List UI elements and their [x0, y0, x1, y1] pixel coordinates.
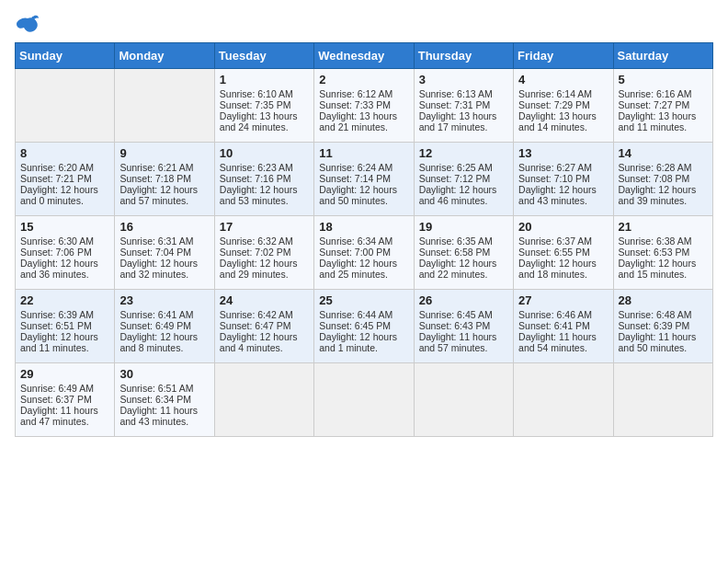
- daylight-text: Daylight: 12 hours and 8 minutes.: [119, 331, 198, 353]
- sunrise-text: Sunrise: 6:42 AM: [220, 309, 293, 320]
- calendar-cell: [613, 363, 712, 437]
- sunrise-text: Sunrise: 6:41 AM: [119, 309, 193, 320]
- calendar-cell: [16, 69, 115, 143]
- day-number: 3: [419, 73, 508, 86]
- calendar-cell: 28Sunrise: 6:48 AMSunset: 6:39 PMDayligh…: [613, 290, 712, 363]
- sunrise-text: Sunrise: 6:49 AM: [20, 383, 94, 394]
- sunrise-text: Sunrise: 6:24 AM: [319, 162, 392, 173]
- calendar-cell: [414, 363, 513, 437]
- sunset-text: Sunset: 6:47 PM: [220, 320, 291, 331]
- calendar-cell: 30Sunrise: 6:51 AMSunset: 6:34 PMDayligh…: [115, 363, 214, 437]
- day-number: 25: [319, 293, 408, 307]
- sunset-text: Sunset: 7:14 PM: [319, 173, 391, 184]
- calendar-cell: 19Sunrise: 6:35 AMSunset: 6:58 PMDayligh…: [414, 216, 513, 290]
- header-cell-wednesday: Wednesday: [314, 43, 414, 69]
- sunset-text: Sunset: 6:58 PM: [419, 247, 491, 258]
- calendar-cell: 20Sunrise: 6:37 AMSunset: 6:55 PMDayligh…: [514, 216, 613, 290]
- day-number: 29: [20, 367, 109, 381]
- sunset-text: Sunset: 7:12 PM: [419, 173, 491, 184]
- sunrise-text: Sunrise: 6:44 AM: [319, 309, 392, 320]
- day-number: 27: [518, 293, 608, 307]
- daylight-text: Daylight: 13 hours and 14 minutes.: [518, 110, 597, 132]
- header-cell-sunday: Sunday: [16, 43, 115, 69]
- day-number: 17: [220, 220, 309, 234]
- calendar-cell: 11Sunrise: 6:24 AMSunset: 7:14 PMDayligh…: [314, 143, 414, 216]
- sunrise-text: Sunrise: 6:32 AM: [220, 236, 293, 247]
- day-number: 4: [518, 73, 608, 86]
- sunrise-text: Sunrise: 6:39 AM: [20, 309, 94, 320]
- header-cell-saturday: Saturday: [613, 43, 712, 69]
- daylight-text: Daylight: 12 hours and 0 minutes.: [20, 184, 98, 206]
- sunrise-text: Sunrise: 6:27 AM: [518, 162, 592, 173]
- daylight-text: Daylight: 13 hours and 24 minutes.: [220, 110, 298, 132]
- daylight-text: Daylight: 12 hours and 57 minutes.: [119, 184, 198, 206]
- calendar-cell: 29Sunrise: 6:49 AMSunset: 6:37 PMDayligh…: [16, 363, 115, 437]
- daylight-text: Daylight: 11 hours and 54 minutes.: [518, 331, 597, 353]
- sunset-text: Sunset: 6:41 PM: [518, 320, 590, 331]
- calendar-week-row: 1Sunrise: 6:10 AMSunset: 7:35 PMDaylight…: [16, 69, 713, 143]
- sunrise-text: Sunrise: 6:30 AM: [20, 236, 94, 247]
- calendar-cell: 18Sunrise: 6:34 AMSunset: 7:00 PMDayligh…: [314, 216, 414, 290]
- calendar-cell: 4Sunrise: 6:14 AMSunset: 7:29 PMDaylight…: [514, 69, 613, 143]
- daylight-text: Daylight: 12 hours and 15 minutes.: [619, 258, 697, 280]
- day-number: 28: [619, 293, 708, 307]
- header-cell-thursday: Thursday: [414, 43, 513, 69]
- sunrise-text: Sunrise: 6:14 AM: [518, 88, 592, 99]
- sunset-text: Sunset: 6:55 PM: [518, 247, 590, 258]
- logo-bird-icon: [15, 15, 40, 35]
- sunset-text: Sunset: 6:43 PM: [419, 320, 491, 331]
- sunrise-text: Sunrise: 6:48 AM: [619, 309, 692, 320]
- sunset-text: Sunset: 7:33 PM: [319, 99, 391, 110]
- day-number: 14: [619, 146, 708, 160]
- sunrise-text: Sunrise: 6:46 AM: [518, 309, 592, 320]
- daylight-text: Daylight: 12 hours and 25 minutes.: [319, 258, 397, 280]
- header-cell-friday: Friday: [514, 43, 613, 69]
- calendar-cell: 2Sunrise: 6:12 AMSunset: 7:33 PMDaylight…: [314, 69, 414, 143]
- day-number: 22: [20, 293, 109, 307]
- day-number: 2: [319, 73, 408, 86]
- day-number: 1: [220, 73, 309, 86]
- day-number: 21: [619, 220, 708, 234]
- sunset-text: Sunset: 7:35 PM: [220, 99, 291, 110]
- daylight-text: Daylight: 12 hours and 11 minutes.: [20, 331, 98, 353]
- sunrise-text: Sunrise: 6:35 AM: [419, 236, 493, 247]
- sunset-text: Sunset: 6:51 PM: [20, 320, 92, 331]
- header-cell-monday: Monday: [115, 43, 214, 69]
- calendar-table: SundayMondayTuesdayWednesdayThursdayFrid…: [15, 42, 713, 437]
- day-number: 13: [518, 146, 608, 160]
- sunset-text: Sunset: 7:02 PM: [220, 247, 291, 258]
- calendar-cell: 24Sunrise: 6:42 AMSunset: 6:47 PMDayligh…: [214, 290, 313, 363]
- sunrise-text: Sunrise: 6:21 AM: [119, 162, 193, 173]
- day-number: 30: [119, 367, 209, 381]
- sunset-text: Sunset: 7:10 PM: [518, 173, 590, 184]
- calendar-week-row: 8Sunrise: 6:20 AMSunset: 7:21 PMDaylight…: [16, 143, 713, 216]
- daylight-text: Daylight: 12 hours and 43 minutes.: [518, 184, 597, 206]
- day-number: 16: [119, 220, 209, 234]
- calendar-cell: [115, 69, 214, 143]
- calendar-cell: 21Sunrise: 6:38 AMSunset: 6:53 PMDayligh…: [613, 216, 712, 290]
- daylight-text: Daylight: 11 hours and 43 minutes.: [119, 405, 198, 427]
- calendar-cell: 26Sunrise: 6:45 AMSunset: 6:43 PMDayligh…: [414, 290, 513, 363]
- daylight-text: Daylight: 12 hours and 39 minutes.: [619, 184, 697, 206]
- daylight-text: Daylight: 13 hours and 11 minutes.: [619, 110, 697, 132]
- calendar-cell: 5Sunrise: 6:16 AMSunset: 7:27 PMDaylight…: [613, 69, 712, 143]
- sunset-text: Sunset: 7:06 PM: [20, 247, 92, 258]
- calendar-cell: 10Sunrise: 6:23 AMSunset: 7:16 PMDayligh…: [214, 143, 313, 216]
- calendar-cell: 9Sunrise: 6:21 AMSunset: 7:18 PMDaylight…: [115, 143, 214, 216]
- daylight-text: Daylight: 12 hours and 53 minutes.: [220, 184, 298, 206]
- calendar-cell: [314, 363, 414, 437]
- sunset-text: Sunset: 6:53 PM: [619, 247, 690, 258]
- daylight-text: Daylight: 13 hours and 17 minutes.: [419, 110, 497, 132]
- daylight-text: Daylight: 13 hours and 21 minutes.: [319, 110, 397, 132]
- sunrise-text: Sunrise: 6:37 AM: [518, 236, 592, 247]
- daylight-text: Daylight: 12 hours and 29 minutes.: [220, 258, 298, 280]
- sunset-text: Sunset: 7:27 PM: [619, 99, 690, 110]
- calendar-cell: 14Sunrise: 6:28 AMSunset: 7:08 PMDayligh…: [613, 143, 712, 216]
- sunrise-text: Sunrise: 6:23 AM: [220, 162, 293, 173]
- sunrise-text: Sunrise: 6:28 AM: [619, 162, 692, 173]
- day-number: 19: [419, 220, 508, 234]
- sunset-text: Sunset: 7:29 PM: [518, 99, 590, 110]
- day-number: 23: [119, 293, 209, 307]
- day-number: 24: [220, 293, 309, 307]
- calendar-week-row: 29Sunrise: 6:49 AMSunset: 6:37 PMDayligh…: [16, 363, 713, 437]
